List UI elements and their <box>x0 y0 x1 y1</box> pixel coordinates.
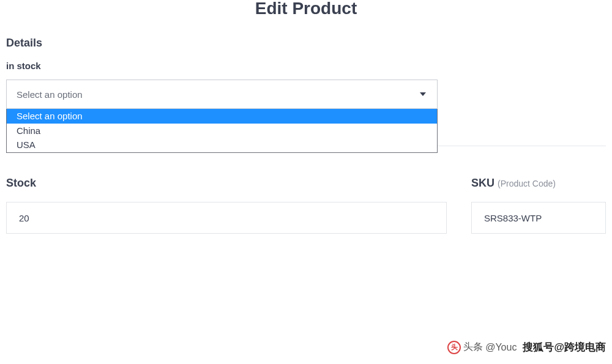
sku-column: SKU (Product Code) <box>471 177 606 234</box>
page-title: Edit Product <box>0 0 612 18</box>
form-content: Details in stock Select an option Select… <box>0 37 612 234</box>
watermark-left: 头 头条 @Youc <box>447 341 517 354</box>
watermark-right: 搜狐号@跨境电商 <box>523 340 606 354</box>
in-stock-select-wrap: Select an option Select an option China … <box>6 80 438 109</box>
details-heading: Details <box>6 37 606 50</box>
stock-column: Stock <box>6 177 447 234</box>
sku-heading-text: SKU <box>471 177 494 189</box>
in-stock-selected-text: Select an option <box>17 89 83 100</box>
stock-heading: Stock <box>6 177 447 190</box>
in-stock-option[interactable]: China <box>7 124 437 138</box>
caret-down-icon <box>420 92 426 96</box>
watermark-left-name: @Youc <box>485 342 517 353</box>
sku-subtext: (Product Code) <box>498 179 556 188</box>
in-stock-option[interactable]: Select an option <box>7 109 437 124</box>
toutiao-logo-icon: 头 <box>447 341 461 354</box>
sku-input[interactable] <box>471 202 606 234</box>
in-stock-dropdown: Select an option China USA <box>6 109 438 153</box>
stock-input[interactable] <box>6 202 447 234</box>
details-section: Details in stock Select an option Select… <box>6 37 606 109</box>
sku-heading: SKU (Product Code) <box>471 177 606 190</box>
in-stock-select[interactable]: Select an option <box>6 80 438 109</box>
watermarks: 头 头条 @Youc 搜狐号@跨境电商 <box>447 340 606 354</box>
in-stock-option[interactable]: USA <box>7 138 437 152</box>
watermark-left-prefix: 头条 <box>463 341 483 354</box>
in-stock-label: in stock <box>6 61 606 71</box>
stock-sku-row: Stock SKU (Product Code) <box>6 177 606 234</box>
